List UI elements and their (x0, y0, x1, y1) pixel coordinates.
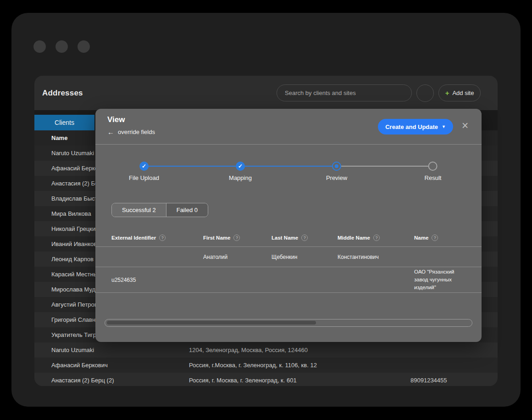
search-input[interactable]: Search by clients and sites (277, 84, 412, 101)
table-row[interactable]: Афанасий Беркович Россия, г.Москва, г. З… (34, 358, 498, 373)
step-connector (245, 166, 332, 167)
check-icon: ✓ (139, 162, 149, 171)
plus-icon: + (445, 89, 449, 97)
address-cell: Россия, г. Москва, г. Зеленоград, к. 601 (188, 377, 410, 384)
back-link[interactable]: ← override fields (107, 128, 155, 136)
table-row[interactable]: Анастасия (2) Берц (2) Россия, г. Москва… (34, 373, 498, 386)
step-connector (341, 166, 428, 167)
help-icon[interactable]: ? (159, 235, 166, 241)
step-connector (149, 166, 236, 167)
preview-row[interactable]: Анатолий Щебенкин Константинович (95, 246, 482, 267)
current-step-icon (332, 162, 341, 171)
back-arrow-icon: ← (107, 128, 114, 136)
modal-title: View (107, 115, 125, 124)
address-cell: 1204, Зеленоград, Москва, Россия, 124460 (188, 347, 410, 353)
help-icon[interactable]: ? (373, 235, 380, 241)
import-preview-modal: View ← override fields Create and Update… (95, 109, 482, 342)
add-site-button[interactable]: + Add site (438, 84, 481, 101)
stepper: ✓ File Upload ✓ Mapping Preview Result (95, 145, 482, 186)
chevron-down-icon: ▼ (442, 124, 446, 129)
table-row[interactable]: Naruto Uzumaki 1204, Зеленоград, Москва,… (34, 342, 498, 358)
step-file-upload: ✓ File Upload (129, 162, 159, 181)
check-icon: ✓ (236, 162, 245, 171)
app-header: Addresses Search by clients and sites + … (34, 76, 498, 110)
add-site-label: Add site (452, 90, 474, 96)
filter-circle-button[interactable] (416, 84, 434, 102)
page-title: Addresses (42, 89, 83, 98)
result-tabs: Successful 2 Failed 0 (111, 203, 208, 217)
upcoming-step-icon (428, 162, 438, 171)
screen-background: Addresses Search by clients and sites + … (11, 13, 521, 407)
window-dot-icon[interactable] (55, 40, 68, 53)
phone-cell: 89091234455 (410, 377, 498, 384)
window-controls (33, 40, 90, 53)
horizontal-scrollbar[interactable] (105, 319, 472, 327)
step-result: Result (425, 162, 442, 181)
preview-table: External Identifier? First Name? Last Na… (95, 229, 482, 293)
back-label: override fields (118, 129, 155, 135)
window-dot-icon[interactable] (33, 40, 46, 53)
search-placeholder: Search by clients and sites (285, 90, 356, 96)
help-icon[interactable]: ? (233, 235, 240, 241)
tab-clients[interactable]: Clients (34, 115, 94, 130)
tab-failed[interactable]: Failed 0 (166, 203, 208, 217)
preview-row[interactable]: u2524635 ОАО "Рязанский завод чугунных и… (95, 267, 482, 293)
scrollbar-thumb[interactable] (107, 321, 316, 325)
step-mapping: ✓ Mapping (229, 162, 252, 181)
preview-table-header: External Identifier? First Name? Last Na… (95, 229, 482, 246)
window-dot-icon[interactable] (78, 40, 90, 53)
modal-header: View ← override fields Create and Update… (95, 109, 482, 145)
help-icon[interactable]: ? (432, 235, 438, 241)
close-icon[interactable]: × (459, 119, 471, 132)
step-preview: Preview (326, 162, 347, 181)
address-cell: Россия, г.Москва, г. Зеленоград, к. 1106… (188, 362, 410, 369)
create-and-update-button[interactable]: Create and Update ▼ (378, 119, 453, 134)
tab-successful[interactable]: Successful 2 (112, 203, 166, 217)
help-icon[interactable]: ? (301, 235, 308, 241)
